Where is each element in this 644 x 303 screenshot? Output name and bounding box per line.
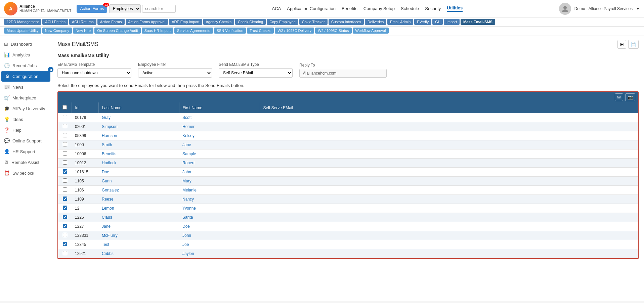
sidebar-item-remote-assist[interactable]: 🖥 Remote Assist xyxy=(0,157,52,168)
util-adp-emp[interactable]: ADP Emp Import xyxy=(169,19,202,25)
row-checkbox-cell[interactable] xyxy=(58,159,72,168)
nav-app-config[interactable]: Application Configuration xyxy=(287,6,336,11)
util-ach-returns[interactable]: ACH Returns xyxy=(69,19,96,25)
sidebar-item-ideas[interactable]: 💡 Ideas xyxy=(0,114,52,125)
sidebar-item-swipeclock[interactable]: ⏰ Swipeclock xyxy=(0,168,52,178)
util-gl[interactable]: GL xyxy=(432,19,443,25)
util-on-screen[interactable]: On Screen Change Audit xyxy=(94,28,141,34)
send-button[interactable]: ✉ xyxy=(615,93,623,101)
row-checkbox[interactable] xyxy=(63,124,67,128)
nav-utilities[interactable]: Utilities xyxy=(447,5,463,12)
user-dropdown-icon[interactable]: ▼ xyxy=(636,6,640,11)
list-view-button[interactable]: 📄 xyxy=(628,40,639,49)
row-checkbox-cell[interactable] xyxy=(58,249,72,258)
header-checkbox-col[interactable] xyxy=(58,102,72,113)
select-all-checkbox[interactable] xyxy=(62,105,67,110)
util-12dd[interactable]: 12DD Management xyxy=(4,19,41,25)
row-checkbox-cell[interactable] xyxy=(58,213,72,222)
util-workflow[interactable]: Workflow Approval xyxy=(353,28,389,34)
template-select[interactable]: Hurricane shutdown Template 2 xyxy=(57,68,131,78)
util-mass-email[interactable]: Mass Email/SMS xyxy=(461,19,495,25)
row-checkbox-cell[interactable] xyxy=(58,168,72,177)
row-checkbox-cell[interactable] xyxy=(58,149,72,159)
row-checkbox[interactable] xyxy=(63,206,67,210)
row-checkbox-cell[interactable] xyxy=(58,186,72,195)
sidebar-item-analytics[interactable]: 📊 Analytics xyxy=(0,49,52,60)
util-everify[interactable]: EVerify xyxy=(414,19,431,25)
sidebar-item-marketplace[interactable]: 🛒 Marketplace xyxy=(0,92,52,103)
util-check-clearing[interactable]: Check Clearing xyxy=(235,19,266,25)
row-checkbox[interactable] xyxy=(63,187,67,192)
sidebar-item-recent-jobs[interactable]: 🕐 Recent Jobs xyxy=(0,60,52,71)
row-checkbox[interactable] xyxy=(63,160,67,165)
row-checkbox-cell[interactable] xyxy=(58,113,72,122)
util-covid-tracker[interactable]: Covid Tracker xyxy=(299,19,328,25)
util-deliveries[interactable]: Deliveries xyxy=(365,19,386,25)
grid-view-button[interactable]: ⊞ xyxy=(617,40,626,49)
row-checkbox[interactable] xyxy=(63,178,67,183)
nav-security[interactable]: Security xyxy=(425,6,441,11)
row-checkbox-cell[interactable] xyxy=(58,231,72,240)
row-checkbox-cell[interactable] xyxy=(58,204,72,213)
util-w2-status[interactable]: W2 / 1095C Status xyxy=(315,28,351,34)
util-mass-update[interactable]: Mass Update Utility xyxy=(4,28,41,34)
row-checkbox[interactable] xyxy=(63,115,67,119)
sidebar-item-news[interactable]: 📰 News xyxy=(0,82,52,92)
row-checkbox[interactable] xyxy=(63,242,67,246)
row-checkbox[interactable] xyxy=(63,251,67,255)
sidebar-collapse-button[interactable]: ◀ xyxy=(48,67,53,72)
util-service-agreements[interactable]: Service Agreements xyxy=(174,28,213,34)
util-copy-employee[interactable]: Copy Employee xyxy=(267,19,298,25)
util-custom-interfaces[interactable]: Custom Interfaces xyxy=(329,19,364,25)
util-new-company[interactable]: New Company xyxy=(42,28,72,34)
table-row: 00179 Gray Scott xyxy=(58,113,638,122)
util-w2-delivery[interactable]: W2 / 1095C Delivery xyxy=(275,28,314,34)
action-forms-button[interactable]: Action Forms 22 xyxy=(77,5,107,13)
export-button[interactable]: 📷 xyxy=(625,93,635,101)
row-email xyxy=(260,231,638,240)
sidebar-item-allpay[interactable]: 🎓 AllPay University xyxy=(0,103,52,114)
sidebar-item-online-support[interactable]: 💬 Online Support xyxy=(0,135,52,146)
sidebar-item-hr-support[interactable]: 👤 HR Support xyxy=(0,146,52,157)
row-checkbox-cell[interactable] xyxy=(58,122,72,131)
util-saas-hr[interactable]: Saas HR Import xyxy=(142,28,173,34)
row-checkbox[interactable] xyxy=(63,197,67,201)
filter-select[interactable]: Active Inactive All xyxy=(138,68,212,78)
employee-filter-select[interactable]: Employees xyxy=(109,4,141,13)
nav-schedule[interactable]: Schedule xyxy=(401,6,419,11)
nav-benefits[interactable]: Benefits xyxy=(342,6,357,11)
util-agency-checks[interactable]: Agency Checks xyxy=(203,19,234,25)
row-checkbox[interactable] xyxy=(63,142,67,146)
sidebar-item-dashboard[interactable]: ⊞ Dashboard xyxy=(0,39,52,49)
util-action-forms[interactable]: Action Forms xyxy=(97,19,125,25)
row-checkbox-cell[interactable] xyxy=(58,240,72,249)
row-checkbox[interactable] xyxy=(63,151,67,156)
row-checkbox[interactable] xyxy=(63,233,67,237)
util-email-admin[interactable]: Email Admin xyxy=(387,19,413,25)
row-checkbox-cell[interactable] xyxy=(58,177,72,186)
row-checkbox-cell[interactable] xyxy=(58,222,72,231)
nav-company-setup[interactable]: Company Setup xyxy=(363,6,395,11)
top-nav: ACA Application Configuration Benefits C… xyxy=(176,5,559,12)
util-ach-entries[interactable]: ACH Entries xyxy=(42,19,68,25)
row-checkbox[interactable] xyxy=(63,133,67,137)
row-checkbox-cell[interactable] xyxy=(58,140,72,149)
util-trust-checks[interactable]: Trust Checks xyxy=(247,28,274,34)
sidebar-item-help[interactable]: ❓ Help xyxy=(0,125,52,135)
util-action-forms-approval[interactable]: Action Forms Approval xyxy=(126,19,168,25)
reply-to-input[interactable] xyxy=(299,69,387,78)
row-checkbox-cell[interactable] xyxy=(58,195,72,204)
table-row: 12 Lemon Yvonne xyxy=(58,204,638,213)
nav-aca[interactable]: ACA xyxy=(272,6,281,11)
util-import[interactable]: Import xyxy=(444,19,460,25)
send-type-select[interactable]: Self Serve EMail Work EMail SMS xyxy=(219,68,293,78)
row-checkbox[interactable] xyxy=(63,215,67,219)
row-checkbox[interactable] xyxy=(63,169,67,174)
util-new-hire[interactable]: New Hire xyxy=(73,28,93,34)
logo-icon: A xyxy=(4,2,17,15)
sidebar-item-configuration[interactable]: ⚙ Configuration xyxy=(1,71,50,82)
row-checkbox[interactable] xyxy=(63,224,67,228)
row-checkbox-cell[interactable] xyxy=(58,131,72,140)
util-ssn-verification[interactable]: SSN Verification xyxy=(214,28,246,34)
search-input[interactable] xyxy=(142,5,176,13)
